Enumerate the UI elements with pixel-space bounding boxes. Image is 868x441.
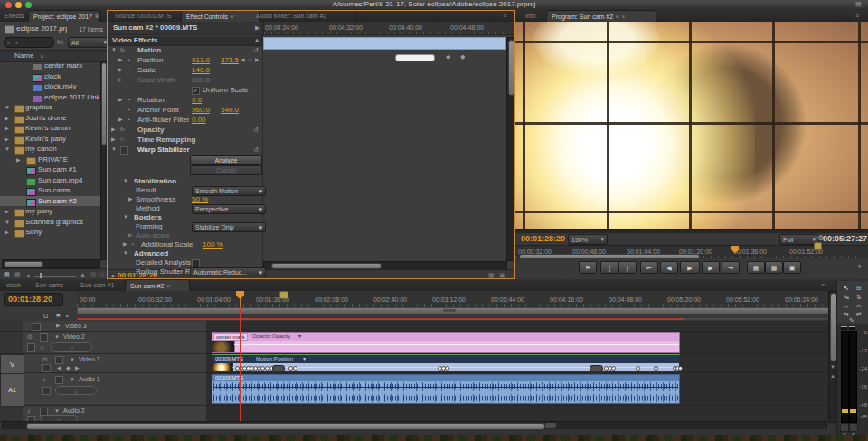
tab-source[interactable]: Source: 00001.MTS xyxy=(110,10,189,22)
project-vscrollbar[interactable] xyxy=(100,61,108,260)
search-input[interactable]: ⌕ ▾ xyxy=(4,37,54,48)
step-back-button[interactable]: ◀ xyxy=(660,261,678,274)
list-item[interactable]: Sun cam #1 xyxy=(0,165,99,175)
uniform-scale-checkbox[interactable]: ✓ xyxy=(192,87,200,95)
stopwatch-icon[interactable]: ◔ xyxy=(127,107,130,113)
close-window-button[interactable] xyxy=(5,2,12,8)
keyframe-mode-icon[interactable] xyxy=(27,343,35,352)
ec-row-anchor[interactable]: ◔ Anchor Point 960.0 540.0 xyxy=(108,106,262,115)
twirl-closed-icon[interactable]: ▶ xyxy=(118,57,123,62)
scale-value[interactable]: 140.0 xyxy=(192,67,210,74)
prev-keyframe-icon[interactable]: ◀ xyxy=(241,57,245,62)
program-ruler[interactable]: 00:00:32:00 00:00:48:00 00:01:04:00 00:0… xyxy=(515,245,868,258)
ec-row-advanced[interactable]: ▼ Advanced xyxy=(108,249,262,258)
lock-icon[interactable] xyxy=(33,323,41,331)
analyze-button[interactable]: Analyze xyxy=(190,155,262,165)
lock-icon[interactable] xyxy=(55,356,63,364)
clip-effect-label[interactable]: Opacity:Opacity xyxy=(252,333,290,339)
panel-menu-icon[interactable]: ≡ xyxy=(821,282,825,288)
rate-stretch-tool[interactable]: ↔ xyxy=(844,303,850,309)
twirl-open-icon[interactable]: ▼ xyxy=(5,146,10,152)
ec-vscrollbar[interactable] xyxy=(506,37,515,261)
twirl-open-icon[interactable]: ▼ xyxy=(5,105,10,110)
ec-row-time-remapping[interactable]: ▶ fx Time Remapping xyxy=(108,136,262,145)
twirl-open-icon[interactable]: ▼ xyxy=(54,408,60,414)
add-marker-button[interactable]: ⚑ xyxy=(579,261,597,274)
toggle-track-output-icon[interactable]: ⊙ xyxy=(27,333,33,340)
work-area-bar[interactable] xyxy=(77,307,828,314)
sequence-marker[interactable] xyxy=(279,291,288,299)
goto-in-button[interactable]: ⇤ xyxy=(640,261,658,274)
detailed-analysis-checkbox[interactable] xyxy=(192,259,200,267)
twirl-open-icon[interactable]: ▼ xyxy=(5,220,10,225)
selection-tool[interactable]: ↖ xyxy=(844,285,849,291)
tab-program[interactable]: Program: Sun cam #2 ▾ × xyxy=(546,10,656,23)
twirl-closed-icon[interactable]: ▶ xyxy=(118,67,123,72)
sequence-marker[interactable] xyxy=(814,242,822,250)
list-item[interactable]: clock xyxy=(0,72,99,82)
list-item[interactable]: eclipse 2017 Linked Comp 02 xyxy=(0,93,99,103)
keyframe-icon[interactable]: ◆ xyxy=(460,53,465,60)
solo-left-button[interactable]: S xyxy=(840,423,849,432)
additional-scale-value[interactable]: 100 % xyxy=(203,241,223,249)
add-button-icon[interactable]: + xyxy=(857,263,862,271)
speaker-icon[interactable]: ♪ xyxy=(42,376,46,382)
ec-row-additional-scale[interactable]: ▶ ◔ Additional Scale 100 % xyxy=(108,240,262,249)
twirl-closed-icon[interactable]: ▶ xyxy=(118,117,123,122)
twirl-open-icon[interactable]: ▼ xyxy=(111,47,117,52)
slip-tool[interactable]: ⇆ xyxy=(844,311,849,317)
keyframe-mode-icon[interactable] xyxy=(42,387,51,395)
twirl-open-icon[interactable]: ▼ xyxy=(123,178,128,183)
list-item[interactable]: ▶ my pany xyxy=(0,207,99,217)
next-keyframe-icon[interactable]: ▶ xyxy=(255,57,259,62)
list-item[interactable]: ▼ graphics xyxy=(0,103,99,113)
list-item-selected[interactable]: Sun cam #2 xyxy=(0,197,99,207)
v-track-badge[interactable]: V xyxy=(0,354,24,374)
speaker-icon[interactable]: ♪ xyxy=(27,408,31,414)
stopwatch-icon[interactable]: ◔ xyxy=(127,117,130,123)
slide-tool[interactable]: ⇄ xyxy=(856,311,862,317)
track-header-video3[interactable]: ▶ Video 3 xyxy=(23,321,206,331)
rolling-edit-tool[interactable]: ⇅ xyxy=(856,294,862,300)
track-keyframe-nav[interactable]: ◇ xyxy=(55,386,97,395)
twirl-closed-icon[interactable]: ▶ xyxy=(123,241,127,247)
timeline-timecode-box[interactable]: 00:01:28:20 xyxy=(4,293,63,306)
window-menu-icon[interactable]: ▤ xyxy=(855,1,862,7)
twirl-closed-icon[interactable]: ▶ xyxy=(5,116,9,121)
twirl-closed-icon[interactable]: ▶ xyxy=(111,127,116,132)
keyframe-icon[interactable]: ◇ xyxy=(40,344,44,350)
scroll-up-icon[interactable]: ▲ xyxy=(830,373,835,379)
clip-audio-00009[interactable]: 00009.MTS xyxy=(212,374,680,404)
program-monitor-frame[interactable] xyxy=(515,22,868,229)
ec-row-borders[interactable]: ▼ Borders xyxy=(108,213,262,222)
twirl-open-icon[interactable]: ▼ xyxy=(70,377,75,382)
position-x-value[interactable]: 913.0 xyxy=(192,57,210,64)
list-item[interactable]: ▼ my canon xyxy=(0,145,99,155)
a1-track-badge[interactable]: A1 xyxy=(0,373,24,407)
list-item[interactable]: Sun cam.mp4 xyxy=(0,176,99,186)
set-marker-icon[interactable]: ⚑ xyxy=(55,313,61,319)
opacity-rubber-band[interactable] xyxy=(234,344,679,345)
panel-menu-icon[interactable]: ≡ xyxy=(95,13,99,19)
stopwatch-icon[interactable]: ◔ xyxy=(127,57,130,63)
zoom-level-dropdown[interactable]: 150% ▾ xyxy=(568,234,608,245)
chevron-down-icon[interactable]: ▾ xyxy=(298,333,301,339)
ec-row-smoothness[interactable]: ▶ Smoothness 50 % xyxy=(108,195,262,204)
twirl-open-icon[interactable]: ▼ xyxy=(54,334,60,340)
twirl-closed-icon[interactable]: ▶ xyxy=(5,126,9,131)
set-unnumbered-marker-icon[interactable]: ▪ xyxy=(66,313,68,319)
twirl-closed-icon[interactable]: ▶ xyxy=(5,230,9,235)
list-view-icon[interactable]: ▤ xyxy=(4,271,10,277)
twirl-closed-icon[interactable]: ▶ xyxy=(128,196,133,202)
twirl-open-icon[interactable]: ▼ xyxy=(70,357,75,362)
add-keyframe-icon[interactable]: ◆ xyxy=(66,365,71,371)
list-item[interactable]: ▶ Kevin's pany xyxy=(0,135,99,145)
clip-video-00009[interactable]: 00009.MTS Motion:Position ▾ xyxy=(212,354,680,372)
list-item[interactable]: ▶ Josh's drone xyxy=(0,114,99,124)
solo-right-button[interactable]: S xyxy=(849,423,858,432)
ec-row-rotation[interactable]: ▶ ◔ Rotation 0.0 xyxy=(108,96,262,105)
reset-icon[interactable]: ↺ xyxy=(253,47,259,53)
anchor-y-value[interactable]: 540.0 xyxy=(221,107,239,114)
ec-section-video-effects[interactable]: Video Effects ▲ xyxy=(108,36,262,46)
snap-icon[interactable]: Ω xyxy=(43,313,48,319)
